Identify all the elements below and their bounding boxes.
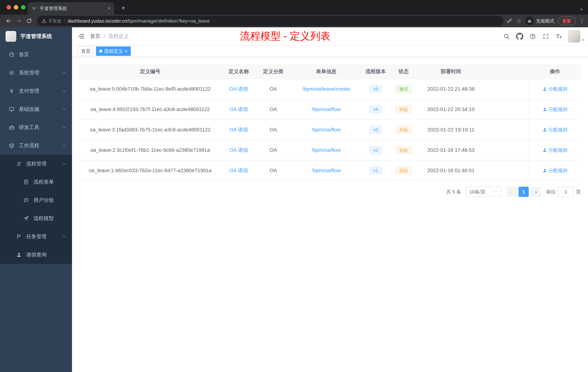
user-menu[interactable] (568, 30, 585, 43)
sidebar-item-devtools[interactable]: 研发工具 (0, 118, 72, 136)
forward-button[interactable] (14, 16, 24, 26)
sidebar-item-process-management[interactable]: 流程管理 (0, 155, 72, 173)
sidebar-item-user-group[interactable]: 用户分组 (0, 191, 72, 209)
col-header: 状态 (389, 68, 418, 75)
table-row: oa_leave:4:991f2193-7b7f-11ec-a3c8-acde4… (79, 99, 581, 120)
sidebar-item-leave-query[interactable]: 请假查询 (0, 246, 72, 264)
sidebar-item-process-form[interactable]: 流程表单 (0, 173, 72, 191)
page-annotation-title: 流程模型 - 定义列表 (240, 29, 331, 43)
definition-name-link[interactable]: OA 请假 (230, 127, 248, 132)
chevron-down-icon (494, 190, 498, 194)
paper-plane-icon (22, 216, 30, 221)
status-badge: 挂起 (396, 166, 412, 175)
sidebar-item-infrastructure[interactable]: 基础设施 (0, 100, 72, 118)
sidebar-item-payment[interactable]: ¥ 支付管理 (0, 82, 72, 100)
assign-rule-button[interactable]: 分配规则 (542, 167, 567, 174)
sidebar-item-task-management[interactable]: 任务管理 (0, 228, 72, 246)
page-content: 定义编号 定义名称 定义分类 表单信息 流程版本 状态 部署时间 操作 oa_l… (72, 57, 588, 372)
fullscreen-icon[interactable] (540, 31, 551, 42)
status-badge: 挂起 (396, 105, 412, 113)
breadcrumb-home[interactable]: 首页 (90, 33, 100, 40)
definition-category: OA (256, 107, 290, 112)
version-badge: v3 (370, 126, 381, 134)
sidebar-item-label: 流程模型 (33, 215, 54, 222)
address-bar[interactable]: 不安全 dashboard.yudao.iocoder.cn/bpm/manag… (37, 16, 504, 26)
form-link[interactable]: /bpm/oa/flow (312, 107, 341, 112)
github-icon[interactable] (514, 31, 525, 42)
sidebar-item-label: 流程管理 (26, 160, 47, 167)
deploy-time: 2022-01-16 01:40:51 (418, 168, 484, 174)
incognito-badge[interactable]: 无痕模式 (525, 17, 554, 25)
back-button[interactable] (4, 16, 14, 26)
sidebar-item-system[interactable]: 系统管理 (0, 64, 72, 82)
person-icon (15, 252, 22, 258)
cube-icon (8, 143, 15, 149)
tag-home[interactable]: 首页 (78, 46, 94, 56)
deploy-time: 2022-01-16 17:46:53 (418, 147, 484, 153)
deploy-time: 2022-01-22 20:34:10 (418, 107, 484, 112)
password-key-icon[interactable] (506, 18, 513, 24)
assign-rule-button[interactable]: 分配规则 (542, 106, 567, 113)
prev-page-button[interactable]: ‹ (506, 187, 516, 197)
active-dot (99, 50, 102, 53)
form-link[interactable]: /bpm/oa/leave/create (302, 86, 350, 92)
app-navbar: 首页 / 流程定义 流程模型 - 定义列表 (72, 27, 588, 45)
definition-category: OA (256, 168, 290, 174)
maximize-window-button[interactable] (21, 5, 25, 10)
chrome-menu-kebab-icon[interactable]: ⋮ (579, 18, 584, 24)
help-icon[interactable] (527, 31, 538, 42)
col-header: 表单信息 (290, 68, 362, 75)
page-goto-input[interactable] (558, 187, 574, 197)
incognito-icon (525, 17, 534, 25)
chrome-update-button[interactable]: 更新 (558, 17, 576, 25)
definition-name-link[interactable]: OA 请假 (230, 147, 248, 153)
sidebar-item-label: 请假查询 (26, 251, 47, 258)
version-badge: v4 (370, 105, 381, 113)
bookmark-star-icon[interactable]: ☆ (516, 17, 521, 24)
tab-close-icon[interactable]: × (108, 6, 111, 11)
close-window-button[interactable] (7, 5, 11, 10)
page-size-select[interactable]: 10条/页 (466, 187, 501, 197)
goto-label: 前往 (546, 189, 556, 195)
sidebar-item-label: 用户分组 (33, 197, 54, 204)
security-chip[interactable]: 不安全 (42, 18, 62, 24)
minimize-window-button[interactable] (14, 5, 18, 10)
sidebar-logo[interactable]: 芋道管理系统 (0, 27, 72, 45)
sidebar-item-label: 工作流程 (19, 142, 39, 149)
tab-search-chevron-icon[interactable] (579, 7, 584, 12)
sidebar: 芋道管理系统 首页 系统管理 ¥ 支付管理 (0, 27, 72, 372)
chevron-down-icon (62, 71, 66, 75)
person-icon (542, 148, 547, 153)
sidebar-item-label: 支付管理 (19, 88, 39, 94)
url-path: /bpm/manager/definition?key=oa_leave (127, 18, 210, 24)
sidebar-item-label: 研发工具 (19, 124, 39, 131)
sidebar-item-workflow[interactable]: 工作流程 (0, 136, 72, 155)
assign-rule-button[interactable]: 分配规则 (542, 86, 567, 92)
definition-name-link[interactable]: OA 请假 (230, 168, 248, 173)
next-page-button[interactable]: › (531, 187, 541, 197)
font-size-icon[interactable] (554, 31, 564, 42)
sidebar-item-process-model[interactable]: 流程模型 (0, 209, 72, 228)
reload-button[interactable] (24, 16, 34, 26)
current-page-button[interactable]: 1 (519, 187, 529, 197)
url-text: dashboard.yudao.iocoder.cn/bpm/manager/d… (68, 18, 210, 24)
assign-rule-button[interactable]: 分配规则 (542, 147, 567, 153)
sidebar-collapse-icon[interactable] (72, 33, 90, 40)
assign-rule-button[interactable]: 分配规则 (542, 127, 567, 133)
deploy-time: 2022-01-22 19:19:11 (418, 127, 484, 133)
status-badge: 激活 (396, 85, 412, 93)
deploy-time: 2022-01-22 21:48:38 (418, 86, 484, 92)
form-link[interactable]: /bpm/oa/flow (312, 168, 341, 173)
tag-close-icon[interactable]: × (125, 49, 127, 54)
form-link[interactable]: /bpm/oa/flow (312, 127, 341, 132)
form-link[interactable]: /bpm/oa/flow (312, 147, 341, 153)
tag-process-definition[interactable]: 流程定义 × (96, 46, 131, 56)
workflow-submenu: 流程管理 流程表单 用户分组 (0, 155, 72, 264)
app-frame: 芋道管理系统 首页 系统管理 ¥ 支付管理 (0, 27, 588, 372)
search-icon[interactable] (501, 31, 512, 42)
new-tab-button[interactable]: + (118, 3, 128, 13)
definition-name-link[interactable]: OA 请假 (230, 107, 248, 112)
definition-name-link[interactable]: OA 请假 (230, 86, 248, 92)
sidebar-item-home[interactable]: 首页 (0, 45, 72, 64)
browser-tab[interactable]: 芋道管理系统 × (28, 2, 114, 15)
